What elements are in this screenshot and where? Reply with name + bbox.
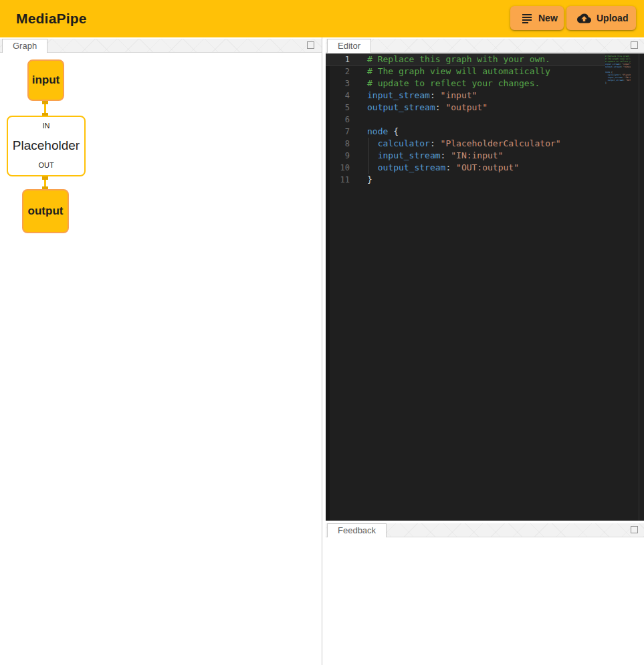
- code-line[interactable]: 3# update to reflect your changes.: [326, 78, 605, 90]
- line-number: 1: [326, 53, 350, 65]
- code-line[interactable]: 11}: [326, 174, 605, 186]
- in-port-label: IN: [43, 122, 50, 130]
- out-port-label: OUT: [38, 161, 53, 169]
- maximize-icon[interactable]: [631, 526, 638, 533]
- code-line[interactable]: 5output_stream: "output": [326, 102, 605, 114]
- node-label: input: [32, 74, 60, 87]
- upload-button-label: Upload: [597, 13, 628, 23]
- cloud-upload-icon: [577, 11, 591, 25]
- node-label: output: [28, 205, 64, 218]
- minimap-divider: [639, 53, 639, 521]
- feedback-tabbar: Feedback: [326, 523, 644, 537]
- code-line[interactable]: 9 input_stream: "IN:input": [326, 150, 605, 162]
- feedback-panel: Feedback: [326, 522, 644, 665]
- graph-canvas[interactable]: input IN Placeholder OUT output: [0, 53, 322, 665]
- new-button-label: New: [538, 13, 558, 23]
- code-line[interactable]: 2# The graph view will automatically: [326, 65, 605, 78]
- line-number: 7: [326, 126, 350, 138]
- line-number: 2: [326, 65, 350, 78]
- line-number: 3: [326, 78, 350, 90]
- code-line[interactable]: 6: [326, 114, 605, 126]
- line-number: 10: [326, 162, 350, 174]
- app-header: MediaPipe New Upload: [0, 0, 644, 37]
- graph-node-placeholder[interactable]: IN Placeholder OUT: [7, 116, 86, 176]
- line-number: 5: [326, 102, 350, 114]
- maximize-icon[interactable]: [307, 41, 314, 49]
- upload-button[interactable]: Upload: [566, 6, 636, 30]
- graph-tabbar: Graph: [0, 39, 322, 53]
- node-label: Placeholder: [13, 138, 80, 153]
- code-editor[interactable]: 1# Replace this graph with your own.2# T…: [326, 53, 644, 521]
- new-button[interactable]: New: [510, 6, 564, 30]
- minimap[interactable]: # Replace this graph with your own.# The…: [605, 55, 631, 95]
- app-title: MediaPipe: [16, 0, 87, 37]
- tab-feedback[interactable]: Feedback: [327, 523, 387, 537]
- line-number: 8: [326, 138, 350, 150]
- graph-node-output[interactable]: output: [22, 189, 69, 233]
- line-number: 11: [326, 174, 350, 186]
- code-line[interactable]: 1# Replace this graph with your own.: [326, 53, 605, 65]
- line-number: 9: [326, 150, 350, 162]
- graph-node-input[interactable]: input: [27, 59, 64, 101]
- maximize-icon[interactable]: [631, 41, 638, 49]
- indent-guide: [368, 138, 369, 174]
- feedback-content: [326, 538, 644, 665]
- code-line[interactable]: 4input_stream: "input": [326, 90, 605, 102]
- code-lines[interactable]: 1# Replace this graph with your own.2# T…: [326, 53, 605, 186]
- tab-editor[interactable]: Editor: [327, 39, 371, 53]
- line-number: 6: [326, 114, 350, 126]
- tab-graph[interactable]: Graph: [2, 39, 47, 53]
- list-icon: [521, 12, 533, 24]
- editor-tabbar: Editor: [326, 39, 644, 53]
- code-line[interactable]: 10 output_stream: "OUT:output": [326, 162, 605, 174]
- code-line[interactable]: 7node {: [326, 126, 605, 138]
- code-line[interactable]: 8 calculator: "PlaceholderCalculator": [326, 138, 605, 150]
- graph-panel: Graph input IN Placeholder OUT output: [0, 37, 322, 665]
- line-number: 4: [326, 90, 350, 102]
- editor-panel: Editor 1# Replace this graph with your o…: [326, 37, 644, 521]
